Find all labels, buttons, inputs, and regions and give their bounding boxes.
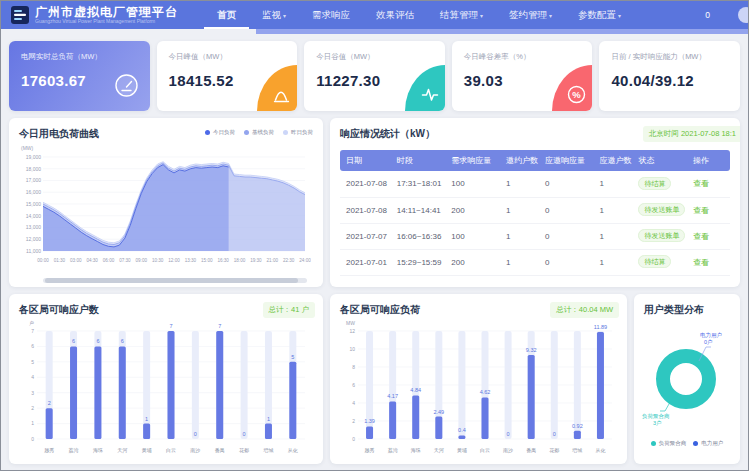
col-date: 日期 [340, 150, 391, 171]
district-load-total-badge: 总计：40.04 MW [550, 302, 619, 318]
brand-block: 广州市虚拟电厂管理平台 Guangzhou Virtual Power Plan… [35, 6, 178, 24]
menu-item-monitor[interactable]: 监视▾ [249, 1, 299, 29]
col-action: 操作 [687, 150, 730, 171]
svg-text:12,000: 12,000 [26, 236, 42, 242]
chart-scrollbar[interactable] [43, 278, 307, 283]
chart-scrollbar-thumb[interactable] [45, 278, 298, 283]
svg-text:0: 0 [507, 431, 510, 437]
view-link[interactable]: 查看 [693, 232, 709, 241]
svg-text:7: 7 [31, 328, 34, 334]
menu-item-effect-eval[interactable]: 效果评估 [363, 1, 427, 29]
legend-item-aggregator[interactable]: 负荷聚合商 [651, 440, 687, 447]
svg-text:19:30: 19:30 [250, 258, 262, 263]
table-cell: 1 [500, 197, 539, 223]
col-demand-amount: 需求响应量 [445, 150, 500, 171]
nav-substrip [1, 29, 748, 34]
status-badge: 待发送账单 [638, 229, 685, 242]
legend-dot [205, 130, 210, 135]
menu-item-home[interactable]: 首页 [204, 1, 249, 29]
svg-text:0.4: 0.4 [458, 427, 466, 433]
svg-text:海珠: 海珠 [411, 447, 421, 454]
callout-aggregator-count: 3户 [653, 420, 662, 426]
svg-text:荔湾: 荔湾 [388, 447, 398, 454]
legend-dot [244, 130, 249, 135]
svg-text:8: 8 [352, 364, 355, 370]
kpi-label: 电网实时总负荷（MW） [21, 52, 138, 62]
table-cell: 1 [593, 171, 632, 197]
svg-text:6: 6 [72, 338, 75, 344]
svg-text:01:30: 01:30 [54, 258, 66, 263]
svg-text:6: 6 [121, 338, 124, 344]
response-stats-panel: 响应情况统计（kW） 北京时间 2021-07-08 18:1 日期 时段 需求… [330, 118, 740, 287]
nav-right: 0 [705, 10, 738, 20]
svg-text:0: 0 [194, 431, 197, 437]
svg-text:花都: 花都 [239, 447, 249, 454]
menu-item-settlement[interactable]: 结算管理▾ [427, 1, 496, 29]
table-cell: 200 [445, 249, 500, 275]
table-cell: 17:31~18:01 [391, 171, 446, 197]
kpi-card-today-valley: 今日谷值（MW） 11227.30 [304, 41, 445, 111]
legend-dot [283, 130, 288, 135]
legend-item-yesterday-load[interactable]: 昨日负荷 [283, 129, 313, 136]
callout-aggregator-label: 负荷聚合商 [642, 413, 670, 420]
svg-text:1: 1 [267, 416, 270, 422]
svg-text:4: 4 [352, 400, 355, 406]
svg-text:0: 0 [31, 436, 34, 442]
table-cell: 0 [539, 197, 594, 223]
notification-count[interactable]: 0 [705, 10, 710, 20]
svg-text:2: 2 [352, 418, 355, 424]
table-cell: 100 [445, 171, 500, 197]
response-stats-table: 日期 时段 需求响应量 邀约户数 应邀响应量 应邀户数 状态 操作 2021-0… [340, 150, 730, 276]
svg-text:12:00: 12:00 [168, 258, 180, 263]
kpi-card-realtime-total-load: 电网实时总负荷（MW） 17603.67 [9, 41, 150, 111]
legend-item-power-user[interactable]: 电力用户 [693, 440, 723, 447]
view-link[interactable]: 查看 [693, 179, 709, 188]
beijing-time-badge: 北京时间 2021-07-08 18:1 [643, 126, 740, 142]
table-cell: 1 [500, 171, 539, 197]
svg-text:21:00: 21:00 [267, 258, 279, 263]
table-cell: 2021-07-08 [340, 197, 391, 223]
district-users-bar-chart: 01234567户2越秀6荔湾6海珠6天河1黄埔7白云0南沙7番禺0花都1增城5… [19, 317, 311, 459]
table-cell: 1 [500, 249, 539, 275]
svg-text:%: % [573, 89, 582, 100]
user-avatar[interactable] [738, 7, 749, 23]
top-nav: 广州市虚拟电厂管理平台 Guangzhou Virtual Power Plan… [1, 1, 748, 29]
svg-text:07:30: 07:30 [119, 258, 131, 263]
view-link[interactable]: 查看 [693, 206, 709, 215]
menu-item-demand-response[interactable]: 需求响应 [299, 1, 363, 29]
bottom-row: 各区局可响应户数 总计：41 户 01234567户2越秀6荔湾6海珠6天河1黄… [9, 294, 740, 464]
svg-text:14,000: 14,000 [26, 213, 42, 219]
kpi-label: 今日峰值（MW） [169, 52, 286, 62]
svg-text:南沙: 南沙 [503, 447, 513, 454]
table-cell: 15:29~15:59 [391, 249, 446, 275]
legend-item-baseline-load[interactable]: 基线负荷 [244, 129, 274, 136]
svg-text:从化: 从化 [595, 447, 605, 454]
menu-item-contract[interactable]: 签约管理▾ [496, 1, 565, 29]
svg-text:南沙: 南沙 [190, 447, 200, 454]
load-curve-chart: 19,00018,00017,00016,00015,00014,00013,0… [19, 151, 311, 273]
dashboard-root: 广州市虚拟电厂管理平台 Guangzhou Virtual Power Plan… [0, 0, 749, 471]
svg-text:12: 12 [349, 328, 355, 334]
app-subtitle: Guangzhou Virtual Power Plant Management… [35, 19, 178, 24]
kpi-label: 今日谷值（MW） [316, 52, 433, 62]
user-type-title: 用户类型分布 [640, 303, 734, 317]
svg-text:2.49: 2.49 [433, 409, 444, 415]
svg-text:17,000: 17,000 [26, 177, 42, 183]
svg-text:24:00: 24:00 [299, 258, 311, 263]
legend-item-today-load[interactable]: 今日负荷 [205, 129, 235, 136]
view-link[interactable]: 查看 [693, 258, 709, 267]
svg-text:0: 0 [352, 436, 355, 442]
table-cell: 2021-07-01 [340, 249, 391, 275]
svg-text:15,000: 15,000 [26, 201, 42, 207]
chevron-down-icon: ▾ [480, 12, 483, 19]
main-content: 电网实时总负荷（MW） 17603.67 今日峰值（MW） 18415.52 [1, 34, 748, 471]
svg-text:荔湾: 荔湾 [69, 447, 79, 454]
table-cell: 200 [445, 197, 500, 223]
svg-text:4.84: 4.84 [410, 387, 421, 393]
menu-item-params[interactable]: 参数配置▾ [565, 1, 634, 29]
svg-text:白云: 白云 [166, 447, 176, 454]
svg-text:天河: 天河 [434, 447, 444, 454]
svg-text:4.17: 4.17 [387, 393, 398, 399]
nav-substrip-bar [256, 29, 748, 34]
svg-text:10: 10 [349, 346, 355, 352]
